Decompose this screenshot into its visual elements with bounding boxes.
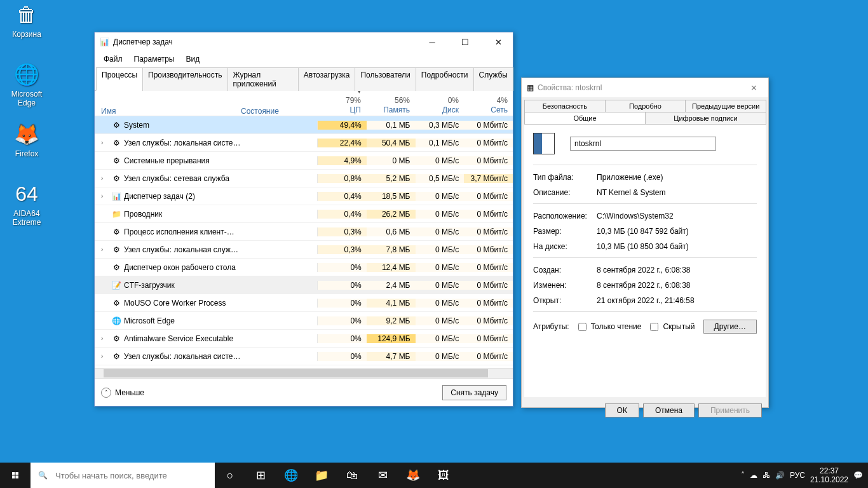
expand-chevron-icon[interactable]: › — [101, 193, 109, 200]
expand-chevron-icon[interactable]: › — [101, 139, 109, 146]
hidden-checkbox[interactable]: Скрытый — [648, 321, 695, 333]
expand-chevron-icon[interactable]: › — [101, 246, 109, 253]
col-memory[interactable]: 56%Память — [366, 96, 415, 116]
process-row[interactable]: ⚙Системные прерывания 4,9% 0 МБ 0 МБ/c 0… — [95, 152, 513, 170]
file-icon — [533, 133, 555, 154]
expand-chevron-icon[interactable]: › — [101, 353, 109, 360]
tray-volume-icon[interactable]: 🔊 — [775, 471, 785, 480]
column-headers[interactable]: Имя Состояние ▾79%ЦП 56%Память 0%Диск 4%… — [95, 91, 513, 116]
network-value: 0 Мбит/с — [464, 227, 513, 236]
tray-language[interactable]: РУС — [790, 471, 805, 480]
menu-Параметры[interactable]: Параметры — [129, 53, 180, 65]
process-icon: ⚙ — [111, 120, 121, 130]
taskbar-explorer[interactable]: 📁 — [306, 463, 337, 488]
titlebar[interactable]: ▦ Свойства: ntoskrnl ✕ — [522, 78, 768, 97]
close-button[interactable]: ✕ — [484, 32, 513, 51]
ok-button[interactable]: ОК — [605, 403, 639, 417]
search-box[interactable]: 🔍 — [31, 463, 215, 488]
other-attributes-button[interactable]: Другие… — [703, 320, 757, 334]
process-row[interactable]: ›⚙Antimalware Service Executable 0% 124,… — [95, 330, 513, 348]
props-tab-Подробно[interactable]: Подробно — [605, 100, 686, 112]
task-manager-window[interactable]: 📊 Диспетчер задач ─ ☐ ✕ ФайлПараметрыВид… — [94, 32, 513, 407]
tab-Журнал приложений[interactable]: Журнал приложений — [227, 67, 299, 91]
network-value: 0 Мбит/с — [464, 139, 513, 147]
filename-input[interactable] — [570, 137, 716, 151]
start-button[interactable] — [0, 463, 31, 488]
col-cpu[interactable]: ▾79%ЦП — [317, 88, 366, 116]
maximize-button[interactable]: ☐ — [451, 32, 480, 51]
process-list[interactable]: ⚙System 49,4% 0,1 МБ 0,3 МБ/c 0 Мбит/с ›… — [95, 116, 513, 368]
taskbar-store[interactable]: 🛍 — [337, 463, 367, 488]
taskbar[interactable]: 🔍 ○ ⊞ 🌐 📁 🛍 ✉ 🦊 🖼 ˄ ☁ 🖧 🔊 РУС 22:37 21.1… — [0, 463, 868, 488]
taskbar-firefox[interactable]: 🦊 — [398, 463, 428, 488]
tab-Пользователи[interactable]: Пользователи — [355, 67, 416, 91]
process-icon: ⚙ — [111, 298, 121, 308]
properties-window[interactable]: ▦ Свойства: ntoskrnl ✕ БезопасностьПодро… — [521, 78, 769, 408]
tab-Процессы[interactable]: Процессы — [96, 67, 143, 91]
apply-button[interactable]: Применить — [698, 403, 762, 417]
process-row[interactable]: ⚙Диспетчер окон рабочего стола 0% 12,4 М… — [95, 259, 513, 276]
props-tab-Цифровые подписи[interactable]: Цифровые подписи — [645, 112, 766, 125]
expand-chevron-icon[interactable]: › — [101, 335, 109, 342]
col-disk[interactable]: 0%Диск — [415, 96, 464, 116]
col-network[interactable]: 4%Сеть — [464, 96, 513, 116]
tray-network-icon[interactable]: 🖧 — [763, 471, 770, 480]
process-row[interactable]: ›📊Диспетчер задач (2) 0,4% 18,5 МБ 0 МБ/… — [95, 187, 513, 205]
cancel-button[interactable]: Отмена — [643, 403, 695, 417]
tab-Службы[interactable]: Службы — [473, 67, 513, 91]
app-icon: 🦊 — [13, 121, 40, 147]
search-input[interactable] — [54, 470, 207, 481]
desktop-icon-microsoft-edge[interactable]: 🌐Microsoft Edge — [3, 61, 51, 108]
tabs[interactable]: ПроцессыПроизводительностьЖурнал приложе… — [95, 67, 513, 91]
tray-clock[interactable]: 22:37 21.10.2022 — [810, 466, 848, 485]
cortana-button[interactable]: ○ — [215, 463, 245, 488]
readonly-checkbox[interactable]: Только чтение — [576, 321, 642, 333]
props-tab-Предыдущие версии[interactable]: Предыдущие версии — [685, 100, 766, 112]
col-name[interactable]: Имя — [95, 107, 241, 116]
process-row[interactable]: ⚙System 49,4% 0,1 МБ 0,3 МБ/c 0 Мбит/с — [95, 116, 513, 134]
process-row[interactable]: ›⚙Узел службы: локальная систе… 22,4% 50… — [95, 134, 513, 152]
menu-Файл[interactable]: Файл — [98, 53, 128, 65]
menubar[interactable]: ФайлПараметрыВид — [95, 51, 513, 67]
process-row[interactable]: ›⚙Узел службы: локальная служ… 0,3% 7,8 … — [95, 241, 513, 259]
memory-value: 50,4 МБ — [367, 139, 416, 147]
app-icon: 📊 — [100, 37, 109, 46]
end-task-button[interactable]: Снять задачу — [442, 385, 506, 400]
props-tab-Безопасность[interactable]: Безопасность — [524, 100, 606, 112]
tray-chevron-icon[interactable]: ˄ — [741, 471, 745, 480]
taskbar-photos[interactable]: 🖼 — [428, 463, 459, 488]
process-row[interactable]: 📁Проводник 0,4% 26,2 МБ 0 МБ/c 0 Мбит/с — [95, 205, 513, 223]
task-view-button[interactable]: ⊞ — [245, 463, 276, 488]
process-row[interactable]: ›⚙Узел службы: локальная систе… 0% 4,7 М… — [95, 348, 513, 365]
notifications-button[interactable]: 💬 — [853, 471, 863, 480]
titlebar[interactable]: 📊 Диспетчер задач ─ ☐ ✕ — [95, 32, 513, 51]
tab-Автозагрузка[interactable]: Автозагрузка — [298, 67, 356, 91]
properties-tabs[interactable]: БезопасностьПодробноПредыдущие версииОбщ… — [522, 97, 768, 124]
process-icon: 📝 — [111, 280, 121, 290]
process-row[interactable]: ⚙MoUSO Core Worker Process 0% 4,1 МБ 0 М… — [95, 294, 513, 312]
menu-Вид[interactable]: Вид — [180, 53, 205, 65]
expand-chevron-icon[interactable]: › — [101, 175, 109, 182]
tab-Подробности[interactable]: Подробности — [416, 67, 474, 91]
desktop-icon-aida64-extreme[interactable]: 64AIDA64 Extreme — [3, 180, 51, 227]
tab-Производительность[interactable]: Производительность — [142, 67, 227, 91]
network-value: 0 Мбит/с — [464, 334, 513, 343]
cpu-value: 0% — [317, 281, 367, 290]
process-name: MoUSO Core Worker Process — [124, 299, 226, 308]
horizontal-scrollbar[interactable] — [95, 368, 513, 378]
desktop-icon-firefox[interactable]: 🦊Firefox — [3, 121, 51, 159]
desktop-icon-корзина[interactable]: 🗑Корзина — [3, 1, 51, 39]
tray-onedrive-icon[interactable]: ☁ — [750, 471, 757, 480]
process-row[interactable]: 📝CTF-загрузчик 0% 2,4 МБ 0 МБ/c 0 Мбит/с — [95, 276, 513, 294]
props-tab-Общие[interactable]: Общие — [524, 112, 646, 125]
taskbar-mail[interactable]: ✉ — [367, 463, 398, 488]
col-state[interactable]: Состояние — [241, 107, 317, 116]
close-button[interactable]: ✕ — [739, 78, 768, 97]
process-row[interactable]: ⚙Процесс исполнения клиент-… 0,3% 0,6 МБ… — [95, 223, 513, 241]
process-row[interactable]: 🌐Microsoft Edge 0% 9,2 МБ 0 МБ/c 0 Мбит/… — [95, 312, 513, 330]
taskbar-edge[interactable]: 🌐 — [276, 463, 306, 488]
minimize-button[interactable]: ─ — [417, 32, 447, 51]
network-value: 0 Мбит/с — [464, 192, 513, 201]
fewer-details-toggle[interactable]: ˄ Меньше — [101, 388, 144, 398]
process-row[interactable]: ›⚙Узел службы: сетевая служба 0,8% 5,2 М… — [95, 170, 513, 187]
